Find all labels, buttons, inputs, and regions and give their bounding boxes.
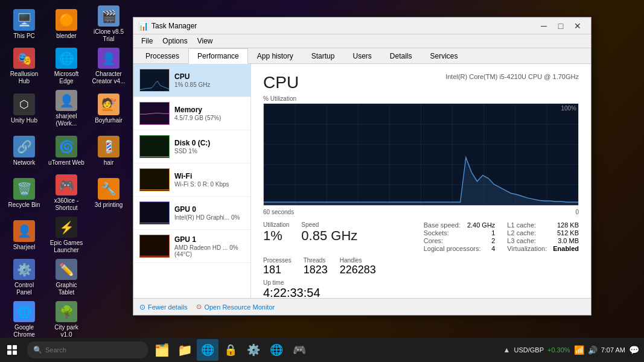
search-input[interactable] [45,346,130,354]
menu-file[interactable]: File [136,36,158,46]
desktop-icon-googlechrome[interactable]: 🌐 Google Chrome [3,299,45,341]
desktop-icon-network[interactable]: 🔗 Network [3,130,45,172]
tm-body: CPU 1% 0.85 GHz Memory 4.5/7.9 GB (57 [133,64,591,298]
desktop-icon-x360ce[interactable]: 🎮 x360ice - Shortcut [45,172,88,214]
taskbar-app-chrome[interactable]: 🌐 [266,339,287,361]
svg-rect-5 [140,235,169,257]
tab-startup[interactable]: Startup [302,48,344,64]
speed-value: 0.85 GHz [301,228,357,244]
handles-value: 226283 [340,264,376,276]
cpu-detail-panel: CPU Intel(R) Core(TM) i5-4210U CPU @ 1.7… [251,64,591,298]
taskbar-app-edge[interactable]: 🌐 [197,339,218,361]
taskbar-app-game[interactable]: 🎮 [289,339,310,361]
sidebar-item-memory[interactable]: Memory 4.5/7.9 GB (57%) [133,97,250,130]
desktop-icon-sharjeel2[interactable]: 👤 Sharjeel [3,214,45,256]
sidebar-item-gpu0[interactable]: GPU 0 Intel(R) HD Graphi... 0% [133,197,250,230]
utilization-stat: Utilization 1% [263,221,289,252]
menu-options[interactable]: Options [158,36,192,46]
open-monitor-label: Open Resource Monitor [204,303,275,311]
desktop-icon-epicgames[interactable]: ⚡ Epic Games Launcher [45,214,88,256]
desktop-icon-tablet[interactable]: ✏️ Graphic Tablet [45,256,88,299]
desktop-icon-blender[interactable]: 🟠 blender [45,3,88,45]
sidebar-item-gpu1[interactable]: GPU 1 AMD Radeon HD ... 0% (44°C) [133,230,250,263]
cpu-header: CPU Intel(R) Core(TM) i5-4210U CPU @ 1.7… [263,73,579,92]
fewer-details-btn[interactable]: ⊙ Fewer details [139,303,187,311]
taskbar-search[interactable]: 🔍 [27,341,148,358]
handles-label: Handles [340,257,376,264]
start-button[interactable] [0,338,24,362]
gpu1-mini-graph [139,235,170,258]
tab-apphistory[interactable]: App history [248,48,302,64]
controlpanel-label: Control Panel [6,282,42,296]
desktop-icon-edge[interactable]: 🌐 Microsoft Edge [45,45,88,87]
forex-change: +0.30% [547,346,570,354]
taskbar-app-explorer[interactable]: 🗂️ [151,339,173,361]
taskbar: 🔍 🗂️ 📁 🌐 🔒 ⚙️ 🌐 🎮 ▲ USD/GBP +0.30% 📶 🔊 7… [0,338,644,362]
uptime-label: Up time [263,279,579,286]
desktop-icon-utorrent[interactable]: 🌀 uTorrent Web [45,130,88,172]
tab-processes[interactable]: Processes [136,48,188,64]
network-label: Network [13,159,36,167]
gpu0-sidebar-title: GPU 0 [174,205,244,214]
tab-details[interactable]: Details [381,48,421,64]
desktop-icon-recycle[interactable]: 🗑️ Recycle Bin [3,172,45,214]
cpu-mini-graph [139,69,170,92]
blender-label: blender [56,33,76,40]
uptime-stat: Up time 4:22:33:54 [263,279,579,298]
desktop-icons-grid: 🖥️ This PC 🟠 blender 🎬 iClone v8.5 Trial… [0,0,127,344]
disk-sidebar-title: Disk 0 (C:) [174,139,244,147]
desktop-icon-hair[interactable]: 💈 hair [88,130,130,172]
epicgames-icon: ⚡ [56,217,77,238]
window-title: Task Manager [151,22,535,30]
notification-icon[interactable]: 💬 [629,345,639,355]
cores-label: Cores: [424,237,443,244]
googlechrome-icon: 🌐 [13,301,35,322]
desktop-icon-unity[interactable]: ⬡ Unity Hub [3,87,45,130]
this-pc-label: This PC [13,33,35,40]
citypark-icon: 🌳 [56,301,77,322]
l2-label: L2 cache: [507,229,536,237]
desktop-icon-3dprint[interactable]: 🔧 3d printing [88,172,130,214]
l3-label: L3 cache: [507,237,536,244]
base-speed-value: 2.40 GHz [467,221,495,229]
fewer-details-label: Fewer details [148,303,187,311]
maximize-button[interactable]: □ [552,19,569,33]
charcreator-icon: 👤 [98,48,120,69]
tab-users[interactable]: Users [343,48,380,64]
open-monitor-btn[interactable]: ⊙ Open Resource Monitor [196,303,275,311]
taskbar-app-settings[interactable]: ⚙️ [243,339,264,361]
taskbar-app-files[interactable]: 📁 [174,339,196,361]
desktop-icon-this-pc[interactable]: 🖥️ This PC [3,3,45,45]
l1-value: 128 KB [557,221,579,229]
tab-services[interactable]: Services [421,48,467,64]
sidebar-item-wifi[interactable]: Wi-Fi Wi-Fi S: 0 R: 0 Kbps [133,164,250,197]
logical-value: 4 [491,245,495,252]
menu-view[interactable]: View [193,36,218,46]
desktop-icon-iclone[interactable]: 🎬 iClone v8.5 Trial [88,3,130,45]
desktop-icon-charcreator[interactable]: 👤 Character Creator v4... [88,45,130,87]
epicgames-label: Epic Games Launcher [48,240,84,254]
desktop-icon-sharjeel[interactable]: 👤 sharjeel (Work... [45,87,88,130]
logical-row: Logical processors: 4 [424,245,496,252]
processes-label: Processes [263,257,292,264]
desktop-icon-reallusion[interactable]: 🎭 Reallusion Hub [3,45,45,87]
desktop-icon-citypark[interactable]: 🌳 City park v1.0 [45,299,88,341]
desktop-icon-boyfurhair[interactable]: 💇 Boyfurhair [88,87,130,130]
sidebar-item-cpu[interactable]: CPU 1% 0.85 GHz [133,64,250,97]
boyfurhair-label: Boyfurhair [95,117,123,124]
l2-row: L2 cache: 512 KB [507,229,579,237]
tab-performance[interactable]: Performance [188,48,248,64]
close-button[interactable]: ✕ [569,19,586,33]
desktop: 🖥️ This PC 🟠 blender 🎬 iClone v8.5 Trial… [0,0,644,362]
disk-sidebar-info: Disk 0 (C:) SSD 1% [174,139,244,154]
graph-time-labels: 60 seconds 0 [263,209,579,215]
tablet-icon: ✏️ [56,259,77,280]
minimize-button[interactable]: ─ [535,19,552,33]
taskbar-app-lock[interactable]: 🔒 [220,339,241,361]
memory-sidebar-info: Memory 4.5/7.9 GB (57%) [174,106,244,121]
sidebar-item-disk[interactable]: Disk 0 (C:) SSD 1% [133,130,250,164]
taskmanager-icon: 📊 [138,21,148,31]
desktop-icon-controlpanel[interactable]: ⚙️ Control Panel [3,256,45,299]
svg-rect-3 [140,169,169,191]
edge-label: Microsoft Edge [48,71,84,85]
